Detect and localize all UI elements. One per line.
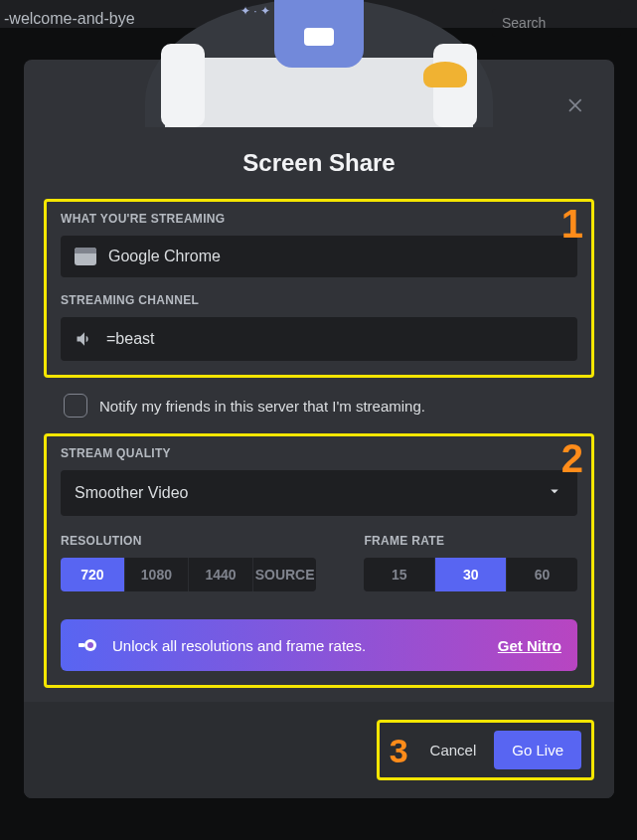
quality-preset-value: Smoother Video bbox=[75, 484, 188, 502]
nitro-icon bbox=[77, 633, 100, 657]
annotation-box-2: 2 STREAM QUALITY Smoother Video RESOLUTI… bbox=[44, 433, 594, 688]
annotation-number-3: 3 bbox=[390, 734, 408, 767]
get-nitro-link[interactable]: Get Nitro bbox=[498, 637, 561, 654]
screen-share-modal: ✦ · ✦ Screen Share 1 WHAT YOU'RE STREAMI… bbox=[24, 60, 614, 798]
quality-preset-dropdown[interactable]: Smoother Video bbox=[61, 470, 577, 516]
notify-friends-row[interactable]: Notify my friends in this server that I'… bbox=[44, 390, 594, 433]
nitro-upsell-banner[interactable]: Unlock all resolutions and frame rates. … bbox=[61, 619, 577, 671]
resolution-label: RESOLUTION bbox=[61, 534, 316, 548]
modal-footer: 3 Cancel Go Live bbox=[24, 702, 614, 798]
notify-label: Notify my friends in this server that I'… bbox=[99, 398, 425, 415]
streaming-source-label: WHAT YOU'RE STREAMING bbox=[61, 212, 577, 226]
go-live-button[interactable]: Go Live bbox=[494, 731, 581, 769]
cancel-button[interactable]: Cancel bbox=[430, 742, 477, 758]
close-icon bbox=[566, 95, 586, 115]
resolution-option-720[interactable]: 720 bbox=[61, 558, 125, 591]
stream-quality-label: STREAM QUALITY bbox=[61, 446, 577, 460]
nitro-upsell-text: Unlock all resolutions and frame rates. bbox=[112, 637, 366, 654]
illustration: ✦ · ✦ bbox=[145, 0, 493, 127]
sparkle-icon: ✦ · ✦ bbox=[240, 4, 270, 18]
close-button[interactable] bbox=[564, 93, 588, 117]
annotation-box-1: 1 WHAT YOU'RE STREAMING Google Chrome ST… bbox=[44, 199, 594, 378]
annotation-number-1: 1 bbox=[561, 204, 583, 244]
streaming-source-value: Google Chrome bbox=[108, 248, 221, 265]
background-channel-name: -welcome-and-bye bbox=[4, 10, 135, 28]
streaming-channel-label: STREAMING CHANNEL bbox=[61, 293, 577, 307]
modal-title: Screen Share bbox=[44, 149, 594, 177]
svg-point-1 bbox=[87, 642, 93, 648]
framerate-option-15[interactable]: 15 bbox=[364, 558, 435, 591]
annotation-box-3: 3 Cancel Go Live bbox=[377, 720, 594, 780]
streaming-source-field[interactable]: Google Chrome bbox=[61, 236, 577, 277]
framerate-option-30[interactable]: 30 bbox=[435, 558, 507, 591]
chevron-down-icon bbox=[546, 482, 563, 504]
streaming-channel-value: =beast bbox=[106, 330, 154, 348]
window-icon bbox=[75, 248, 96, 265]
resolution-option-source[interactable]: SOURCE bbox=[253, 558, 317, 591]
popcorn-illustration bbox=[423, 62, 467, 87]
framerate-segmented: 153060 bbox=[364, 558, 577, 591]
wumpus-illustration bbox=[274, 0, 364, 68]
framerate-label: FRAME RATE bbox=[364, 534, 577, 548]
streaming-channel-field[interactable]: =beast bbox=[61, 317, 577, 361]
resolution-option-1080[interactable]: 1080 bbox=[125, 558, 190, 591]
resolution-segmented: 72010801440SOURCE bbox=[61, 558, 316, 591]
notify-checkbox[interactable] bbox=[64, 394, 87, 418]
annotation-number-2: 2 bbox=[561, 438, 583, 478]
framerate-option-60[interactable]: 60 bbox=[507, 558, 577, 591]
resolution-option-1440[interactable]: 1440 bbox=[189, 558, 253, 591]
speaker-icon bbox=[75, 329, 94, 349]
svg-rect-2 bbox=[79, 643, 84, 647]
